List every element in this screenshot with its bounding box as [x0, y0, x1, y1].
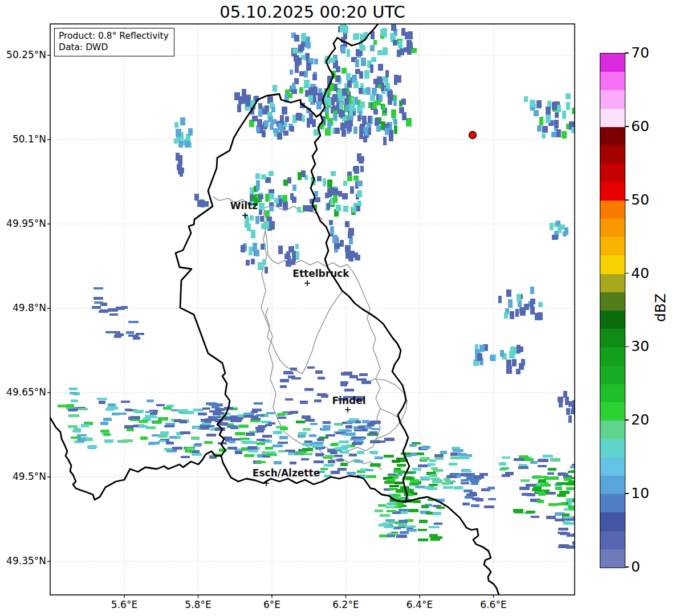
colorbar-tick-label: 30 — [631, 339, 649, 353]
colorbar-tick-mark — [625, 493, 629, 494]
colorbar-segment — [600, 255, 625, 274]
y-axis-tick-label: 49.35°N — [1, 555, 46, 566]
colorbar-segment — [600, 72, 625, 90]
colorbar-tick-mark — [625, 419, 629, 421]
colorbar-segment — [600, 237, 625, 255]
colorbar-segment — [600, 90, 625, 108]
colorbar-tick-mark — [625, 346, 629, 348]
colorbar-segment — [600, 54, 625, 72]
colorbar-segment — [600, 512, 625, 531]
colorbar-segment — [600, 109, 625, 127]
colorbar-segment — [600, 348, 625, 366]
x-axis-tick-label: 5.8°E — [173, 599, 224, 610]
colorbar-segment — [600, 458, 625, 476]
plot-frame — [50, 24, 575, 595]
colorbar-unit-label: dBZ — [652, 293, 669, 322]
city-label: Ettelbruck — [292, 268, 349, 279]
y-axis-tick-label: 50.25°N — [1, 49, 46, 60]
colorbar-segment — [600, 476, 625, 494]
x-axis-tick-label: 6.6°E — [468, 599, 519, 610]
colorbar-segment — [600, 311, 625, 329]
colorbar-segment — [600, 219, 625, 237]
product-line: Product: 0.8° Reflectivity — [59, 30, 169, 42]
colorbar-segment — [600, 127, 625, 145]
colorbar-tick-mark — [625, 52, 629, 54]
colorbar-tick-mark — [625, 199, 629, 201]
city-label: Wiltz — [230, 200, 258, 211]
radar-site-dot — [469, 132, 477, 139]
map-plot — [0, 0, 675, 616]
colorbar-segment — [600, 329, 625, 347]
radar-echoes — [58, 24, 595, 549]
x-axis-tick-label: 6°E — [246, 599, 298, 610]
colorbar-segment — [600, 494, 625, 512]
colorbar-segment — [600, 145, 625, 164]
colorbar-tick-label: 40 — [631, 266, 649, 280]
colorbar-tick-label: 50 — [631, 193, 649, 207]
colorbar-segment — [600, 402, 625, 421]
colorbar-tick-label: 10 — [631, 486, 649, 500]
colorbar-tick-label: 60 — [631, 119, 649, 133]
city-marker — [263, 480, 269, 486]
product-info-box: Product: 0.8° Reflectivity Data: DWD — [54, 28, 174, 56]
city-marker — [304, 280, 310, 286]
x-axis-tick-label: 5.6°E — [99, 599, 150, 610]
colorbar-segment — [600, 384, 625, 402]
colorbar-tick-label: 20 — [631, 413, 649, 427]
colorbar-segment — [600, 164, 625, 182]
colorbar-segment — [600, 201, 625, 219]
y-axis-tick-label: 50.1°N — [1, 133, 46, 145]
colorbar-segment — [600, 182, 625, 201]
colorbar-tick-label: 0 — [631, 560, 640, 574]
colorbar-segment — [600, 531, 625, 549]
district-border — [266, 292, 342, 374]
colorbar-segment — [600, 439, 625, 458]
x-axis-tick-label: 6.2°E — [320, 599, 372, 610]
colorbar-segment — [600, 366, 625, 384]
colorbar-tick-mark — [625, 126, 629, 127]
colorbar-tick-label: 70 — [631, 46, 649, 60]
colorbar — [600, 53, 625, 568]
city-label: Findel — [332, 395, 365, 406]
colorbar-segment — [600, 292, 625, 311]
colorbar-tick-mark — [625, 566, 629, 568]
data-source-line: Data: DWD — [59, 42, 169, 53]
x-axis-tick-label: 6.4°E — [394, 599, 445, 610]
colorbar-segment — [600, 421, 625, 439]
y-axis-tick-label: 49.8°N — [1, 302, 46, 313]
radar-figure: 05.10.2025 00:20 UTC Product: 0.8° Refle… — [0, 0, 675, 616]
y-axis-tick-label: 49.5°N — [1, 471, 46, 482]
colorbar-segment — [600, 274, 625, 292]
colorbar-tick-mark — [625, 273, 629, 274]
y-axis-tick-label: 49.65°N — [1, 386, 46, 398]
city-label: Esch/Alzette — [253, 467, 320, 479]
colorbar-segment — [600, 549, 625, 568]
y-axis-tick-label: 49.95°N — [1, 218, 46, 229]
